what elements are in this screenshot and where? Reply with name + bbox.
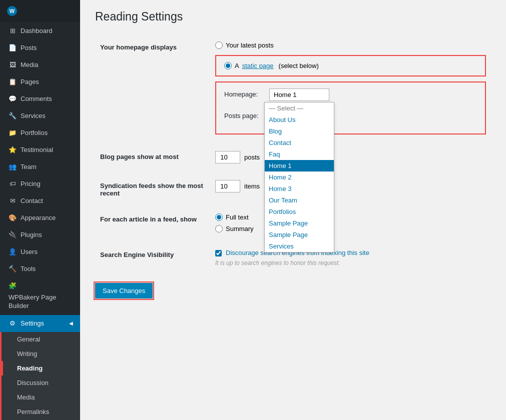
blog-pages-input[interactable] <box>215 151 240 164</box>
sidebar-item-label: Settings <box>21 320 44 327</box>
homepage-dropdown-list: — Select — About Us Blog Contact Faq Hom… <box>264 102 334 252</box>
dropdown-item-contact[interactable]: Contact <box>265 137 334 148</box>
dropdown-item-services[interactable]: Services <box>265 240 334 252</box>
submenu-label: General <box>17 336 40 343</box>
save-changes-button[interactable]: Save Changes <box>95 283 153 298</box>
summary-option[interactable]: Summary <box>215 225 486 232</box>
sidebar-item-label: Pricing <box>21 180 41 188</box>
sidebar-item-label: Team <box>21 163 37 170</box>
dropdown-item-faq[interactable]: Faq <box>265 148 334 160</box>
latest-posts-option[interactable]: Your latest posts <box>215 42 486 49</box>
search-engine-control: Discourage search engines from indexing … <box>215 249 486 266</box>
settings-submenu: General Writing Reading Discussion Media… <box>0 332 80 420</box>
blog-pages-input-row: posts <box>215 151 486 164</box>
contact-icon: ✉ <box>9 196 17 204</box>
sidebar-item-plugins[interactable]: 🔌 Plugins <box>0 226 80 243</box>
homepage-select-label: Homepage: <box>224 88 264 98</box>
posts-page-label: Posts page: <box>224 110 264 120</box>
homepage-radio-group: Your latest posts A static page (select … <box>215 42 486 76</box>
plugins-icon: 🔌 <box>9 230 17 238</box>
dropdown-item-sample2[interactable]: Sample Page <box>265 229 334 240</box>
dropdown-item-home3[interactable]: Home 3 <box>265 183 334 194</box>
search-engine-hint: It is up to search engines to honor this… <box>215 260 486 266</box>
sidebar-item-appearance[interactable]: 🎨 Appearance <box>0 209 80 226</box>
static-page-link[interactable]: static page <box>242 62 274 70</box>
sidebar-item-dashboard[interactable]: ⊞ Dashboard <box>0 22 80 39</box>
sidebar-item-users[interactable]: 👤 Users <box>0 243 80 260</box>
search-engine-checkbox[interactable] <box>215 250 222 256</box>
syndication-control: items <box>215 180 486 192</box>
homepage-select-wrapper: — Select — About Us Blog Contact Faq Hom… <box>269 88 329 101</box>
sidebar-logo: W <box>0 0 80 22</box>
sidebar-item-label: Posts <box>21 44 37 52</box>
sidebar-item-pages[interactable]: 📋 Pages <box>0 73 80 90</box>
sidebar-item-label: Tools <box>21 265 36 272</box>
homepage-select[interactable]: — Select — About Us Blog Contact Faq Hom… <box>269 88 329 101</box>
tools-icon: 🔨 <box>9 264 17 272</box>
submenu-label: Media <box>17 394 35 401</box>
sidebar-item-label: Users <box>21 248 38 256</box>
submenu-item-writing[interactable]: Writing <box>2 346 80 361</box>
static-page-text-a: A <box>235 62 239 70</box>
article-feed-control: Full text Summary <box>215 214 486 232</box>
sidebar-item-contact[interactable]: ✉ Contact <box>0 192 80 209</box>
sidebar-item-portfolios[interactable]: 📁 Portfolios <box>0 124 80 141</box>
dashboard-icon: ⊞ <box>9 26 17 34</box>
sidebar-item-team[interactable]: 👥 Team <box>0 158 80 175</box>
homepage-displays-row: Your homepage displays Your latest posts… <box>95 34 491 143</box>
services-icon: 🔧 <box>9 112 17 120</box>
sidebar-item-label: Services <box>21 112 46 120</box>
team-icon: 👥 <box>9 162 17 170</box>
settings-arrow-icon: ◀ <box>69 320 73 326</box>
submenu-item-media[interactable]: Media <box>2 390 80 404</box>
submenu-item-discussion[interactable]: Discussion <box>2 376 80 390</box>
sidebar-item-posts[interactable]: 📄 Posts <box>0 39 80 56</box>
summary-radio[interactable] <box>215 225 223 232</box>
syndication-label: Syndication feeds show the most recent <box>100 180 215 197</box>
dropdown-item-blog[interactable]: Blog <box>265 126 334 137</box>
submenu-item-general[interactable]: General <box>2 332 80 346</box>
dropdown-item-home1[interactable]: Home 1 <box>265 160 334 172</box>
sidebar-item-label: Pages <box>21 78 39 86</box>
sidebar-item-label: Media <box>21 61 38 68</box>
submenu-label: Writing <box>17 350 37 358</box>
sidebar-item-testimonial[interactable]: ⭐ Testimonial <box>0 141 80 158</box>
full-text-option[interactable]: Full text <box>215 214 486 221</box>
static-page-option[interactable]: A static page (select below) <box>224 62 477 70</box>
syndication-input[interactable] <box>215 180 240 192</box>
sidebar-item-tools[interactable]: 🔨 Tools <box>0 260 80 277</box>
sidebar-item-media[interactable]: 🖼 Media <box>0 56 80 73</box>
article-feed-radio-group: Full text Summary <box>215 214 486 232</box>
full-text-label: Full text <box>226 214 249 221</box>
homepage-select-area: Homepage: — Select — About Us Blog Conta… <box>215 82 486 134</box>
appearance-icon: 🎨 <box>9 214 17 222</box>
portfolios-icon: 📁 <box>9 128 17 136</box>
latest-posts-radio[interactable] <box>215 42 223 49</box>
submenu-item-permalinks[interactable]: Permalinks <box>2 404 80 419</box>
static-page-radio[interactable] <box>224 62 232 70</box>
dropdown-item-select[interactable]: — Select — <box>265 102 334 114</box>
sidebar-item-comments[interactable]: 💬 Comments <box>0 90 80 107</box>
article-feed-label: For each article in a feed, show <box>100 214 215 223</box>
sidebar-item-wpbakery[interactable]: 🧩 WPBakery Page Builder <box>0 277 80 315</box>
search-engine-checkbox-row: Discourage search engines from indexing … <box>215 249 486 256</box>
settings-icon: ⚙ <box>9 320 17 328</box>
media-icon: 🖼 <box>9 60 17 68</box>
main-content: Reading Settings Your homepage displays … <box>80 0 506 420</box>
full-text-radio[interactable] <box>215 214 223 221</box>
sidebar-item-settings[interactable]: ⚙ Settings ◀ <box>0 315 80 332</box>
dropdown-item-our-team[interactable]: Our Team <box>265 194 334 206</box>
homepage-displays-label: Your homepage displays <box>100 42 215 51</box>
submenu-label: Permalinks <box>17 408 49 416</box>
dropdown-item-about-us[interactable]: About Us <box>265 114 334 126</box>
homepage-displays-control: Your latest posts A static page (select … <box>215 42 486 134</box>
sidebar-item-services[interactable]: 🔧 Services <box>0 107 80 124</box>
submenu-item-reading[interactable]: Reading <box>2 361 80 376</box>
dropdown-item-portfolios[interactable]: Portfolios <box>265 206 334 218</box>
dropdown-item-sample1[interactable]: Sample Page <box>265 218 334 229</box>
sidebar-item-label: Appearance <box>21 214 56 222</box>
page-title: Reading Settings <box>95 10 491 24</box>
dropdown-item-home2[interactable]: Home 2 <box>265 172 334 183</box>
sidebar-item-pricing[interactable]: 🏷 Pricing <box>0 175 80 192</box>
users-icon: 👤 <box>9 248 17 256</box>
